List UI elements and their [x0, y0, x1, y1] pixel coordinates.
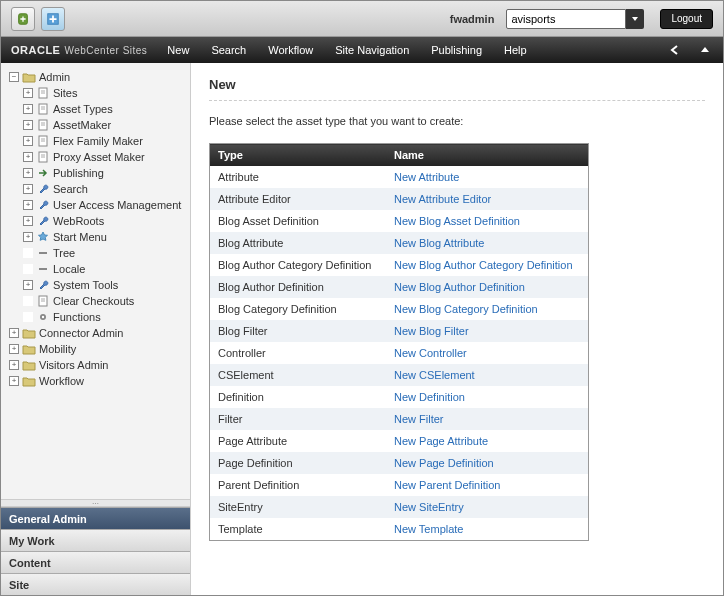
new-asset-link[interactable]: New Filter	[394, 413, 444, 425]
cell-name: New Blog Asset Definition	[386, 210, 589, 232]
new-asset-link[interactable]: New Blog Category Definition	[394, 303, 538, 315]
menu-site-navigation[interactable]: Site Navigation	[335, 44, 409, 56]
new-asset-link[interactable]: New Template	[394, 523, 464, 535]
tree-mobility[interactable]: +Mobility	[9, 343, 186, 355]
gear-icon	[36, 311, 50, 323]
table-row: Blog AttributeNew Blog Attribute	[210, 232, 589, 254]
cell-type: Blog Asset Definition	[210, 210, 386, 232]
tree-publishing[interactable]: +Publishing	[23, 167, 186, 179]
expand-icon[interactable]: +	[9, 344, 19, 354]
menu-workflow[interactable]: Workflow	[268, 44, 313, 56]
menu-help[interactable]: Help	[504, 44, 527, 56]
tree-sites[interactable]: +Sites	[23, 87, 186, 99]
panel-my-work[interactable]: My Work	[1, 529, 190, 551]
up-icon[interactable]	[697, 42, 713, 58]
new-asset-link[interactable]: New SiteEntry	[394, 501, 464, 513]
current-user: fwadmin	[450, 13, 495, 25]
sidebar-panels: General AdminMy WorkContentSite	[1, 507, 190, 595]
panel-site[interactable]: Site	[1, 573, 190, 595]
chevron-down-icon[interactable]	[626, 9, 644, 29]
content-area: New Please select the asset type that yo…	[191, 63, 723, 595]
new-asset-link[interactable]: New Controller	[394, 347, 467, 359]
table-row: Blog Author Category DefinitionNew Blog …	[210, 254, 589, 276]
expand-icon[interactable]: +	[9, 328, 19, 338]
new-asset-link[interactable]: New Blog Filter	[394, 325, 469, 337]
new-asset-link[interactable]: New Parent Definition	[394, 479, 500, 491]
new-asset-link[interactable]: New Attribute	[394, 171, 459, 183]
expand-icon[interactable]: +	[23, 88, 33, 98]
expand-icon[interactable]: +	[23, 184, 33, 194]
tree-label: Mobility	[39, 343, 76, 355]
expand-icon[interactable]: +	[23, 104, 33, 114]
tree-flex-family-maker[interactable]: +Flex Family Maker	[23, 135, 186, 147]
tree-assetmaker[interactable]: +AssetMaker	[23, 119, 186, 131]
expand-icon[interactable]: +	[23, 200, 33, 210]
table-row: Blog FilterNew Blog Filter	[210, 320, 589, 342]
app-icon-contributor[interactable]	[11, 7, 35, 31]
tree-user-access-management[interactable]: +User Access Management	[23, 199, 186, 211]
table-row: TemplateNew Template	[210, 518, 589, 541]
expand-icon[interactable]: +	[23, 280, 33, 290]
tree-workflow[interactable]: +Workflow	[9, 375, 186, 387]
new-asset-link[interactable]: New Page Definition	[394, 457, 494, 469]
cell-name: New Page Definition	[386, 452, 589, 474]
expand-icon[interactable]: +	[23, 232, 33, 242]
tree-label: Sites	[53, 87, 77, 99]
new-asset-link[interactable]: New Blog Author Definition	[394, 281, 525, 293]
new-asset-link[interactable]: New Definition	[394, 391, 465, 403]
table-row: CSElementNew CSElement	[210, 364, 589, 386]
expand-icon[interactable]: +	[23, 152, 33, 162]
tree-admin[interactable]: −Admin	[9, 71, 186, 83]
logout-button[interactable]: Logout	[660, 9, 713, 29]
tree-clear-checkouts[interactable]: Clear Checkouts	[23, 295, 186, 307]
cell-name: New Parent Definition	[386, 474, 589, 496]
tree-asset-types[interactable]: +Asset Types	[23, 103, 186, 115]
collapse-icon[interactable]: −	[9, 72, 19, 82]
menu-new[interactable]: New	[167, 44, 189, 56]
page-icon	[36, 103, 50, 115]
tree-search[interactable]: +Search	[23, 183, 186, 195]
new-asset-link[interactable]: New Attribute Editor	[394, 193, 491, 205]
panel-general-admin[interactable]: General Admin	[1, 507, 190, 529]
tree-proxy-asset-maker[interactable]: +Proxy Asset Maker	[23, 151, 186, 163]
tree-functions[interactable]: Functions	[23, 311, 186, 323]
new-asset-link[interactable]: New Blog Asset Definition	[394, 215, 520, 227]
panel-content[interactable]: Content	[1, 551, 190, 573]
site-selector[interactable]	[506, 9, 644, 29]
new-asset-link[interactable]: New Blog Author Category Definition	[394, 259, 573, 271]
resize-handle[interactable]: ⋯	[1, 499, 190, 507]
expand-icon[interactable]: +	[9, 360, 19, 370]
wrench-icon	[36, 279, 50, 291]
cell-type: Controller	[210, 342, 386, 364]
menu-publishing[interactable]: Publishing	[431, 44, 482, 56]
tree-webroots[interactable]: +WebRoots	[23, 215, 186, 227]
tree-locale[interactable]: Locale	[23, 263, 186, 275]
table-row: FilterNew Filter	[210, 408, 589, 430]
new-asset-link[interactable]: New CSElement	[394, 369, 475, 381]
arrow-icon	[36, 167, 50, 179]
site-input[interactable]	[506, 9, 626, 29]
table-row: Page DefinitionNew Page Definition	[210, 452, 589, 474]
cell-name: New CSElement	[386, 364, 589, 386]
tree-system-tools[interactable]: +System Tools	[23, 279, 186, 291]
app-icon-admin[interactable]	[41, 7, 65, 31]
cell-name: New SiteEntry	[386, 496, 589, 518]
cell-type: SiteEntry	[210, 496, 386, 518]
expand-icon[interactable]: +	[23, 216, 33, 226]
expand-icon[interactable]: +	[9, 376, 19, 386]
menu-search[interactable]: Search	[211, 44, 246, 56]
table-row: Page AttributeNew Page Attribute	[210, 430, 589, 452]
brand-oracle: ORACLE	[11, 44, 60, 56]
tree-connector-admin[interactable]: +Connector Admin	[9, 327, 186, 339]
tree-visitors-admin[interactable]: +Visitors Admin	[9, 359, 186, 371]
page-icon	[36, 135, 50, 147]
new-asset-link[interactable]: New Page Attribute	[394, 435, 488, 447]
new-asset-link[interactable]: New Blog Attribute	[394, 237, 485, 249]
expand-icon[interactable]: +	[23, 136, 33, 146]
expand-icon[interactable]: +	[23, 120, 33, 130]
expand-icon[interactable]: +	[23, 168, 33, 178]
tree-start-menu[interactable]: +Start Menu	[23, 231, 186, 243]
back-icon[interactable]	[667, 42, 683, 58]
tree-tree[interactable]: Tree	[23, 247, 186, 259]
brand-product: WebCenter Sites	[64, 45, 147, 56]
